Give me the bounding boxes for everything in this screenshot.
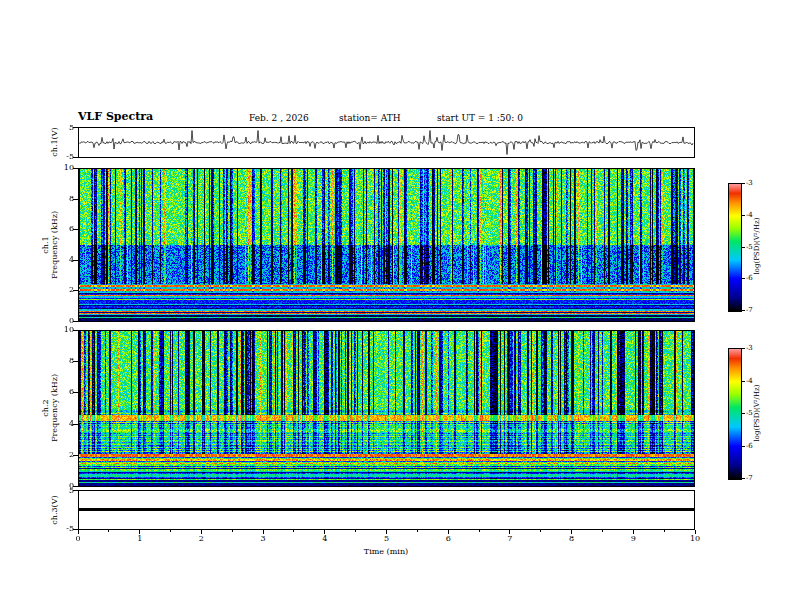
colorbar-tick-label: -5	[746, 243, 753, 251]
ch2-spectrogram-ylabel-line1: ch.2	[41, 399, 50, 416]
x-tick-label: 10	[687, 534, 703, 543]
colorbar-tick-mark	[742, 215, 745, 216]
ch2-spectrogram-heatmap	[79, 331, 694, 486]
y-tick-label: 5	[52, 486, 74, 495]
y-tick-mark	[73, 330, 78, 331]
y-tick-label: 6	[52, 387, 74, 396]
y-tick-label: 2	[52, 450, 74, 459]
x-tick-label: 3	[255, 534, 271, 543]
ch1-spectrogram-ylabel-line1: ch.1	[41, 236, 50, 253]
ch2-spectrogram-ylabel-line2: Frequency (kHz)	[50, 374, 59, 442]
x-minor-tick-mark	[664, 530, 665, 532]
y-tick-label: 4	[52, 255, 74, 264]
colorbar-tick-mark	[742, 348, 745, 349]
y-tick-mark	[73, 392, 78, 393]
y-tick-label: 0	[52, 316, 74, 325]
y-tick-label: -5	[52, 152, 74, 161]
colorbar-tick-label: -7	[746, 474, 753, 482]
x-tick-label: 1	[132, 534, 148, 543]
x-minor-tick-mark	[232, 530, 233, 532]
ch1-spectrogram-panel	[78, 168, 695, 322]
y-tick-label: 5	[52, 123, 74, 132]
ch3-flat-trace	[79, 508, 694, 511]
ch1-waveform-trace	[79, 128, 694, 157]
y-tick-mark	[73, 157, 78, 158]
colorbar-tick-mark	[742, 413, 745, 414]
y-tick-mark	[73, 168, 78, 169]
colorbar-tick-label: -6	[746, 442, 753, 450]
x-minor-tick-mark	[417, 530, 418, 532]
colorbar-tick-mark	[742, 381, 745, 382]
colorbar-tick-mark	[742, 478, 745, 479]
colorbar1-box	[728, 183, 742, 312]
y-tick-label: 8	[52, 356, 74, 365]
ch1-spectrogram-heatmap	[79, 169, 694, 321]
x-minor-tick-mark	[170, 530, 171, 532]
x-tick-label: 8	[564, 534, 580, 543]
ch2-spectrogram-ylabel: ch.2 Frequency (kHz)	[40, 350, 60, 466]
x-tick-label: 6	[440, 534, 456, 543]
y-tick-mark	[73, 229, 78, 230]
colorbar-tick-label: -3	[746, 179, 753, 187]
colorbar2-label-text: log(PSD)(V²/Hz)	[753, 385, 762, 442]
x-axis-title: Time (min)	[364, 547, 408, 556]
y-tick-mark	[73, 424, 78, 425]
header-station: station= ATH	[339, 113, 401, 123]
x-tick-label: 2	[193, 534, 209, 543]
header-date: Feb. 2 , 2026	[249, 113, 309, 123]
colorbar2-label: log(PSD)(V²/Hz)	[752, 363, 762, 463]
ch3-waveform-ylabel-text: ch.3(V)	[50, 495, 59, 524]
y-tick-label: 10	[52, 163, 74, 172]
ch1-spectrogram-ylabel-line2: Frequency (kHz)	[50, 211, 59, 279]
y-tick-mark	[73, 127, 78, 128]
y-tick-mark	[73, 490, 78, 491]
y-tick-label: 2	[52, 285, 74, 294]
y-tick-label: -5	[52, 524, 74, 533]
y-tick-label: 8	[52, 194, 74, 203]
colorbar-tick-label: -7	[746, 306, 753, 314]
colorbar-tick-mark	[742, 278, 745, 279]
colorbar-tick-label: -6	[746, 274, 753, 282]
x-minor-tick-mark	[355, 530, 356, 532]
colorbar-tick-mark	[742, 446, 745, 447]
x-minor-tick-mark	[108, 530, 109, 532]
colorbar1-gradient	[729, 184, 741, 311]
y-tick-mark	[73, 260, 78, 261]
y-tick-mark	[73, 361, 78, 362]
y-tick-label: 10	[52, 325, 74, 334]
colorbar-tick-label: -5	[746, 409, 753, 417]
y-tick-label: 6	[52, 224, 74, 233]
x-minor-tick-mark	[479, 530, 480, 532]
x-tick-label: 0	[70, 534, 86, 543]
x-tick-label: 9	[625, 534, 641, 543]
x-tick-label: 5	[379, 534, 395, 543]
colorbar-tick-label: -4	[746, 377, 753, 385]
x-minor-tick-mark	[602, 530, 603, 532]
colorbar-tick-mark	[742, 310, 745, 311]
y-tick-mark	[73, 290, 78, 291]
colorbar-tick-mark	[742, 183, 745, 184]
colorbar1-label: log(PSD)(V²/Hz)	[752, 196, 762, 296]
y-tick-label: 4	[52, 419, 74, 428]
colorbar1-label-text: log(PSD)(V²/Hz)	[753, 218, 762, 275]
y-tick-mark	[73, 321, 78, 322]
colorbar2-gradient	[729, 349, 741, 479]
x-minor-tick-mark	[540, 530, 541, 532]
colorbar2-box	[728, 348, 742, 480]
x-minor-tick-mark	[293, 530, 294, 532]
colorbar-tick-mark	[742, 247, 745, 248]
x-tick-label: 4	[317, 534, 333, 543]
ch2-spectrogram-panel	[78, 330, 695, 487]
ch3-waveform-panel	[78, 490, 695, 530]
y-tick-mark	[73, 199, 78, 200]
header-start-ut: start UT = 1 :50: 0	[437, 113, 523, 123]
colorbar-tick-label: -3	[746, 344, 753, 352]
x-tick-label: 7	[502, 534, 518, 543]
ch1-waveform-panel	[78, 127, 695, 158]
colorbar-tick-label: -4	[746, 211, 753, 219]
y-tick-mark	[73, 455, 78, 456]
figure-title: VLF Spectra	[78, 110, 153, 123]
vlf-spectra-figure: VLF Spectra Feb. 2 , 2026 station= ATH s…	[0, 0, 792, 612]
